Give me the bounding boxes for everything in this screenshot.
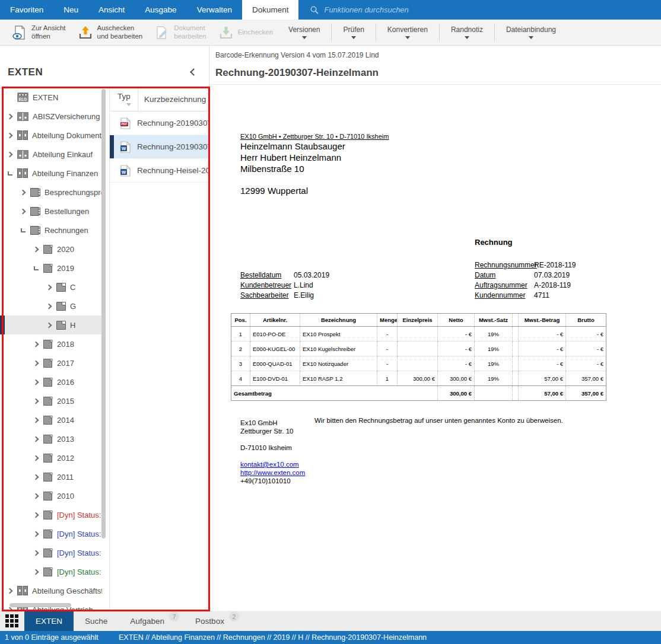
tree-item-abiszversicherung[interactable]: ABISZVersicherung bbox=[3, 107, 102, 126]
panel-title: EXTEN bbox=[8, 66, 43, 78]
tree-item-bestellungen[interactable]: Bestellungen bbox=[3, 202, 102, 221]
sort-indicator-icon[interactable] bbox=[126, 103, 131, 106]
chevron-right-icon[interactable] bbox=[31, 380, 40, 384]
footer-link[interactable]: http://www.exten.com bbox=[240, 469, 305, 476]
tab-badge: 2 bbox=[229, 611, 239, 621]
menu-item-favoriten[interactable]: Favoriten bbox=[0, 0, 53, 20]
tree-item-2014[interactable]: 2014 bbox=[3, 410, 102, 429]
tree-item--dyn-status-in[interactable]: [Dyn] Status: In bbox=[3, 543, 102, 562]
chevron-right-icon[interactable] bbox=[5, 114, 14, 119]
folder2-icon bbox=[56, 321, 66, 330]
chevron-right-icon[interactable] bbox=[31, 475, 40, 479]
dateianbindung-button[interactable]: Dateianbindung bbox=[497, 24, 565, 41]
chevron-right-icon[interactable] bbox=[31, 551, 40, 555]
chevron-right-icon[interactable] bbox=[31, 247, 40, 251]
menu-item-neu[interactable]: Neu bbox=[53, 0, 88, 20]
footer-line bbox=[240, 435, 305, 444]
konvertieren-button[interactable]: Konvertieren bbox=[378, 24, 437, 41]
list-item-rechnung-20190307[interactable]: WRechnung-20190307 bbox=[110, 135, 209, 159]
chevron-right-icon[interactable] bbox=[5, 133, 14, 138]
menu-item-dokument[interactable]: Dokument bbox=[242, 0, 299, 20]
versionen-button[interactable]: Versionen bbox=[279, 24, 329, 41]
auschecken-und-bearbeiten-button[interactable]: Auscheckenund bearbeiten bbox=[72, 23, 149, 43]
chevron-right-icon[interactable] bbox=[45, 323, 53, 327]
tree-item-2015[interactable]: 2015 bbox=[3, 391, 102, 410]
chevron-right-icon[interactable] bbox=[31, 570, 40, 574]
list-item-rechnung-20190307[interactable]: PDFRechnung-20190307 bbox=[110, 111, 209, 135]
menu-item-verwalten[interactable]: Verwalten bbox=[187, 0, 242, 20]
menu-item-ansicht[interactable]: Ansicht bbox=[88, 0, 135, 20]
chevron-right-icon[interactable] bbox=[31, 399, 40, 403]
tree-item-abteilung-finanzen[interactable]: Abteilung Finanzen bbox=[3, 164, 102, 183]
menu-item-ausgabe[interactable]: Ausgabe bbox=[135, 0, 186, 20]
tree-item-2012[interactable]: 2012 bbox=[3, 448, 102, 467]
chevron-right-icon[interactable] bbox=[31, 418, 40, 422]
chevron-right-icon[interactable] bbox=[31, 342, 40, 346]
tree-item-h[interactable]: H bbox=[3, 315, 102, 334]
tree-item-abteilung-geschäftsfüh[interactable]: Abteilung Geschäftsfüh bbox=[3, 581, 102, 600]
chevron-right-icon[interactable] bbox=[31, 361, 40, 365]
view-tab-postbox[interactable]: Postbox2 bbox=[184, 611, 236, 631]
invoice-city-line: 12999 Wuppertal bbox=[240, 186, 308, 196]
tree-item-rechnungen[interactable]: Rechnungen bbox=[3, 221, 102, 240]
tree-selection-bar bbox=[0, 315, 5, 334]
collapse-panel-icon[interactable] bbox=[190, 68, 198, 76]
chevron-right-icon[interactable] bbox=[18, 209, 27, 213]
folder2-icon bbox=[56, 283, 66, 292]
chevron-right-icon[interactable] bbox=[5, 589, 14, 593]
expanded-icon[interactable] bbox=[31, 266, 40, 270]
expanded-icon[interactable] bbox=[18, 228, 27, 232]
function-search[interactable]: Funktionen durchsuchen bbox=[310, 0, 408, 20]
tree-item-2017[interactable]: 2017 bbox=[3, 353, 102, 372]
tree-item-label: Abteilung Einkauf bbox=[33, 150, 93, 159]
view-tab-aufgaben[interactable]: Aufgaben7 bbox=[119, 611, 176, 631]
chevron-right-icon[interactable] bbox=[45, 285, 53, 289]
tree-item--dyn-status-be[interactable]: [Dyn] Status: Be bbox=[3, 562, 102, 581]
binder-icon bbox=[30, 226, 40, 235]
tree-item--dyn-status-in[interactable]: [Dyn] Status: In bbox=[3, 524, 102, 543]
chevron-right-icon[interactable] bbox=[31, 532, 40, 536]
table-cell: 57,00 € bbox=[519, 371, 566, 386]
tree-item-g[interactable]: G bbox=[3, 297, 102, 315]
tree-item-2020[interactable]: 2020 bbox=[3, 240, 102, 259]
tree-item-abteilung-einkauf[interactable]: Abteilung Einkauf bbox=[3, 145, 102, 164]
tree-horizontal-scrollbar[interactable] bbox=[9, 603, 71, 607]
meta-value: 05.03.2019 bbox=[294, 271, 329, 281]
chevron-right-icon[interactable] bbox=[31, 437, 40, 441]
table-cell: - € bbox=[519, 342, 566, 356]
view-tab-exten[interactable]: EXTEN bbox=[24, 611, 74, 631]
tree-item-c[interactable]: C bbox=[3, 278, 102, 297]
view-tab-suche[interactable]: Suche bbox=[74, 611, 119, 631]
view-tab-bar: EXTENSucheAufgaben7Postbox2 bbox=[0, 611, 661, 631]
tree-item-2016[interactable]: 2016 bbox=[3, 372, 102, 391]
chevron-right-icon[interactable] bbox=[5, 608, 14, 610]
expanded-icon[interactable] bbox=[5, 171, 14, 176]
tree-item-2019[interactable]: 2019 bbox=[3, 259, 102, 278]
chevron-right-icon[interactable] bbox=[31, 456, 40, 460]
column-header-typ[interactable]: Typ bbox=[110, 88, 138, 111]
table-cell: 1 bbox=[231, 327, 250, 342]
column-header-kurzbezeichnung[interactable]: Kurzbezeichnung bbox=[138, 88, 206, 111]
tree-item-2013[interactable]: 2013 bbox=[3, 429, 102, 448]
tree-item-2018[interactable]: 2018 bbox=[3, 334, 102, 353]
chevron-right-icon[interactable] bbox=[18, 190, 27, 195]
tree-item-exten[interactable]: ELOEXTEN bbox=[3, 88, 102, 107]
chevron-right-icon[interactable] bbox=[5, 152, 14, 157]
chevron-right-icon[interactable] bbox=[45, 304, 53, 308]
meta-label: Kundenbetreuer bbox=[240, 281, 294, 291]
footer-link[interactable]: kontakt@ex10.com bbox=[240, 461, 299, 468]
randnotiz-button[interactable]: Randnotiz bbox=[441, 24, 492, 41]
zur-ansicht-öffnen-button[interactable]: Zur Ansichtöffnen bbox=[6, 23, 72, 43]
chevron-right-icon[interactable] bbox=[31, 513, 40, 517]
tree-item--dyn-status-of[interactable]: [Dyn] Status: Of bbox=[3, 505, 102, 524]
chevron-right-icon[interactable] bbox=[31, 494, 40, 498]
tree-item-abteilung-dokumentatio[interactable]: Abteilung Dokumentatio bbox=[3, 126, 102, 145]
tree-item-besprechungsproto[interactable]: Besprechungsproto bbox=[3, 183, 102, 202]
tree-item-2010[interactable]: 2010 bbox=[3, 486, 102, 505]
table-cell bbox=[398, 356, 438, 371]
tree-vertical-scrollbar[interactable] bbox=[101, 89, 106, 538]
prüfen-button[interactable]: Prüfen bbox=[333, 24, 373, 41]
list-item-rechnung-heisel-201[interactable]: WRechnung-Heisel-201 bbox=[110, 159, 209, 183]
tile-navigation-icon[interactable] bbox=[5, 614, 18, 627]
tree-item-2011[interactable]: 2011 bbox=[3, 467, 102, 486]
